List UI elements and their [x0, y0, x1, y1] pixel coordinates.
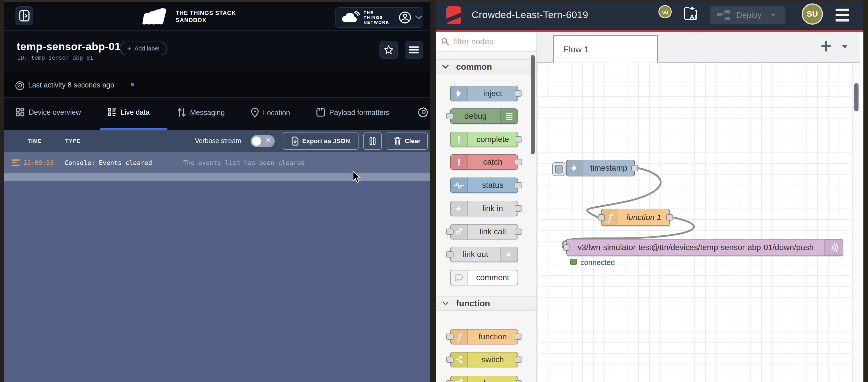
- live-data-icon: [107, 108, 117, 117]
- network-switcher[interactable]: THE THINGS NETWORK: [335, 7, 423, 28]
- device-menu-button[interactable]: [405, 41, 423, 59]
- output-port[interactable]: [666, 214, 673, 220]
- palette-section-common[interactable]: common: [436, 59, 536, 74]
- output-port[interactable]: [515, 380, 522, 382]
- palette-node-link-in[interactable]: link in: [450, 201, 518, 216]
- palette-node-debug[interactable]: debug: [450, 108, 518, 124]
- palette-node-link-out[interactable]: link out: [450, 247, 518, 262]
- palette-scrollbar[interactable]: [531, 55, 535, 154]
- verbose-stream-toggle[interactable]: ✕: [251, 135, 275, 147]
- flow-list-dropdown-icon[interactable]: [841, 44, 848, 49]
- inject-trigger-button[interactable]: [552, 162, 565, 176]
- status-icon: [451, 178, 468, 193]
- palette-node-switch[interactable]: switch: [450, 352, 518, 368]
- chevron-down-icon: [415, 15, 423, 20]
- palette-node-inject[interactable]: inject: [450, 86, 518, 101]
- palette-section-function[interactable]: function: [436, 296, 536, 311]
- output-port[interactable]: [515, 356, 522, 363]
- palette-node-link-call[interactable]: link call: [450, 224, 518, 240]
- deploy-label: Deploy: [737, 11, 762, 20]
- verbose-stream-label: Verbose stream: [195, 137, 241, 145]
- mqtt-broadcast-icon: [825, 240, 843, 255]
- input-port[interactable]: [563, 244, 570, 251]
- tab-device-overview[interactable]: Device overview: [16, 108, 81, 117]
- logo-title: THE THINGS STACK: [176, 9, 236, 16]
- output-port[interactable]: [515, 136, 522, 142]
- input-port[interactable]: [446, 113, 454, 119]
- deploy-dropdown-icon[interactable]: [770, 13, 776, 17]
- input-port[interactable]: [446, 334, 454, 340]
- tts-header: THE THINGS STACK SANDBOX THE THINGS NETW…: [4, 2, 430, 31]
- tab-location[interactable]: Location: [251, 108, 290, 118]
- output-port[interactable]: [515, 334, 522, 340]
- device-id: ID: temp-sensor-abp-01: [17, 54, 93, 61]
- svg-text:AI: AI: [690, 13, 696, 20]
- mqtt-node-label: v3/lwn-simulator-test@ttn/devices/temp-s…: [567, 240, 825, 255]
- device-title: temp-sensor-abp-01: [17, 41, 121, 53]
- add-label-button[interactable]: + Add label: [120, 42, 167, 55]
- tts-console-window: THE THINGS STACK SANDBOX THE THINGS NETW…: [4, 0, 430, 382]
- project-title: Crowded-Least-Tern-6019: [472, 9, 588, 20]
- debug-icon: [500, 109, 518, 123]
- column-type: TYPE: [65, 138, 81, 144]
- palette-search[interactable]: filter nodes: [436, 32, 536, 52]
- deploy-button[interactable]: Deploy: [710, 6, 785, 24]
- search-icon: [441, 38, 449, 45]
- device-settings-gear-icon[interactable]: [418, 106, 429, 117]
- output-port[interactable]: [515, 205, 522, 212]
- output-port[interactable]: [515, 159, 522, 165]
- input-port[interactable]: [446, 380, 454, 382]
- input-port[interactable]: [446, 356, 454, 363]
- output-port[interactable]: [631, 165, 638, 171]
- main-menu-button[interactable]: [836, 9, 849, 22]
- ai-assistant-button[interactable]: AI: [682, 4, 700, 23]
- collaborator-avatar[interactable]: su: [658, 5, 672, 19]
- flow-tabbar: Flow 1: [537, 32, 860, 63]
- inject-node-timestamp[interactable]: timestamp: [566, 160, 635, 176]
- active-tab-underline: [100, 128, 167, 130]
- palette-filter-placeholder: filter nodes: [454, 37, 493, 46]
- input-port[interactable]: [446, 229, 454, 235]
- event-row[interactable]: 12:09:33 Console: Events cleared The eve…: [4, 152, 430, 173]
- add-flow-button[interactable]: [821, 40, 831, 52]
- column-time: TIME: [28, 138, 42, 144]
- palette-node-change[interactable]: change: [450, 376, 518, 382]
- activity-dot: [131, 83, 134, 86]
- flow-tab[interactable]: Flow 1: [553, 35, 658, 63]
- export-json-button[interactable]: Export as JSON: [283, 133, 359, 150]
- live-data-toolbar: TIME TYPE Verbose stream ✕ Export as JSO…: [4, 130, 430, 152]
- output-port[interactable]: [515, 229, 522, 235]
- palette-node-status[interactable]: status: [450, 177, 518, 193]
- function-node[interactable]: ƒ function 1: [601, 209, 670, 226]
- location-icon: [251, 108, 259, 118]
- clear-events-button[interactable]: Clear: [386, 133, 428, 150]
- canvas-vscrollbar[interactable]: [852, 63, 860, 382]
- nodered-logo: [446, 6, 461, 24]
- input-port[interactable]: [446, 251, 454, 257]
- output-port[interactable]: [515, 182, 522, 188]
- palette-node-function[interactable]: ƒ function: [450, 329, 518, 344]
- flow-canvas[interactable]: timestamp ƒ function 1 v3/lwn-simulator-…: [537, 63, 852, 382]
- palette-node-complete[interactable]: ! complete: [450, 132, 518, 147]
- mqtt-out-node[interactable]: v3/lwn-simulator-test@ttn/devices/temp-s…: [566, 239, 843, 256]
- tab-payload-formatters[interactable]: Payload formatters: [316, 108, 390, 117]
- sidebar-toggle-button[interactable]: [16, 6, 33, 25]
- palette-node-comment[interactable]: comment: [450, 270, 518, 285]
- event-clear-icon: [12, 160, 20, 166]
- tab-messaging[interactable]: Messaging: [177, 108, 225, 117]
- favorite-button[interactable]: [379, 41, 398, 59]
- tab-live-data[interactable]: Live data: [107, 108, 150, 117]
- user-avatar[interactable]: SU: [802, 3, 823, 25]
- event-detail: The events list has been cleared: [183, 159, 305, 166]
- canvas-vscrollbar-thumb[interactable]: [854, 83, 859, 111]
- events-empty-area: [4, 181, 430, 382]
- pause-stream-button[interactable]: [363, 133, 382, 150]
- catch-icon: !: [451, 155, 468, 169]
- palette-node-catch[interactable]: ! catch: [450, 154, 518, 170]
- output-port[interactable]: [515, 90, 522, 97]
- tts-logo: [145, 8, 165, 24]
- event-row-hover[interactable]: [4, 173, 430, 181]
- tts-logo-text: THE THINGS STACK SANDBOX: [176, 9, 236, 24]
- chevron-down-icon: [442, 65, 448, 69]
- input-port[interactable]: [598, 214, 605, 220]
